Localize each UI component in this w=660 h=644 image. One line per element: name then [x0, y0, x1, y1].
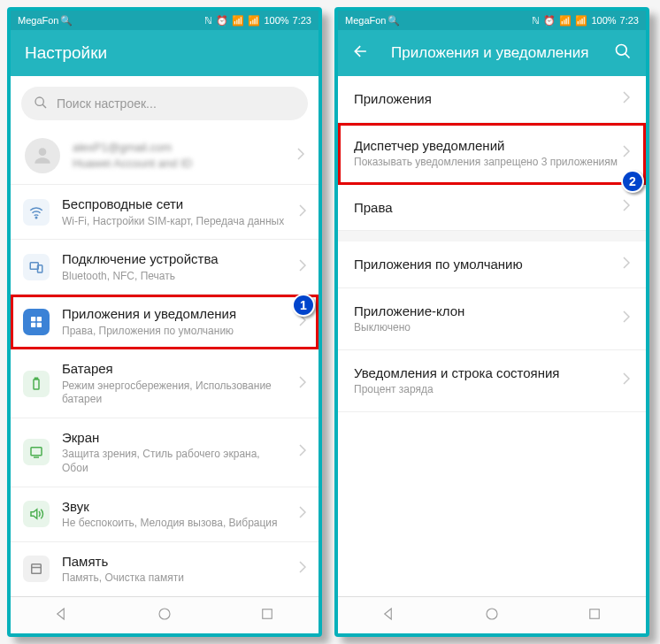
item-app-twin[interactable]: Приложение-клон Выключено — [338, 288, 646, 350]
status-bar: MegaFon 🔍 ℕ ⏰ 📶 📶 100% 7:23 — [338, 11, 646, 30]
item-title: Приложения и уведомления — [62, 305, 287, 323]
header: Приложения и уведомления — [338, 30, 646, 76]
chevron-right-icon — [623, 145, 630, 161]
svg-point-2 — [39, 148, 47, 156]
page-title: Настройки — [25, 43, 304, 63]
svg-line-19 — [625, 53, 630, 58]
settings-item-device-connection[interactable]: Подключение устройства Bluetooth, NFC, П… — [11, 240, 318, 295]
chevron-right-icon — [299, 444, 306, 460]
svg-point-3 — [35, 217, 37, 218]
chevron-right-icon — [299, 204, 306, 220]
apps-icon — [23, 309, 50, 335]
settings-item-wireless[interactable]: Беспроводные сети Wi-Fi, Настройки SIM-к… — [11, 185, 318, 240]
chevron-right-icon — [299, 506, 306, 522]
chevron-right-icon — [623, 199, 630, 215]
item-title: Приложение-клон — [354, 303, 623, 320]
item-subtitle: Выключено — [354, 321, 623, 335]
item-subtitle: Защита зрения, Стиль рабочего экрана, Об… — [62, 448, 287, 475]
wifi-icon: 📶 — [232, 15, 244, 27]
item-permissions[interactable]: Права — [338, 185, 646, 232]
search-icon[interactable] — [614, 42, 632, 65]
svg-point-20 — [487, 609, 497, 619]
back-arrow-icon[interactable] — [352, 42, 370, 65]
svg-rect-17 — [263, 609, 272, 618]
phone-right: MegaFon 🔍 ℕ ⏰ 📶 📶 100% 7:23 Приложения и… — [334, 7, 649, 637]
item-subtitle: Wi-Fi, Настройки SIM-карт, Передача данн… — [62, 215, 287, 229]
item-notifications-statusbar[interactable]: Уведомления и строка состояния Процент з… — [338, 350, 646, 412]
alarm-icon: ⏰ — [543, 15, 556, 27]
profile-row[interactable]: alexP1@gmail.com Huawei Account and ID — [11, 127, 318, 185]
chevron-right-icon — [297, 148, 304, 164]
search-input[interactable]: Поиск настроек... — [21, 87, 308, 120]
nfc-icon: ℕ — [204, 15, 212, 27]
battery-label: 100% — [591, 15, 616, 26]
settings-item-sound[interactable]: Звук Не беспокоить, Мелодия вызова, Вибр… — [11, 487, 318, 542]
nav-home-icon[interactable] — [157, 606, 173, 625]
item-subtitle: Права, Приложения по умолчанию — [62, 325, 287, 339]
svg-rect-6 — [31, 317, 35, 321]
svg-rect-12 — [31, 448, 42, 456]
alarm-icon: ⏰ — [216, 15, 228, 27]
svg-rect-14 — [32, 564, 42, 574]
nav-recent-icon[interactable] — [259, 606, 275, 625]
chevron-right-icon — [299, 259, 306, 275]
item-title: Диспетчер уведомлений — [354, 137, 623, 155]
item-subtitle: Память, Очистка памяти — [62, 571, 287, 586]
display-icon — [23, 439, 50, 465]
header: Настройки — [11, 30, 318, 76]
svg-rect-7 — [37, 317, 42, 321]
phone-left: MegaFon 🔍 ℕ ⏰ 📶 📶 100% 7:23 Настройки По… — [7, 7, 322, 637]
item-title: Звук — [62, 498, 287, 516]
svg-rect-9 — [37, 322, 42, 326]
chevron-right-icon — [623, 91, 630, 107]
storage-icon — [23, 556, 50, 582]
battery-label: 100% — [264, 15, 288, 26]
item-default-apps[interactable]: Приложения по умолчанию — [338, 242, 646, 288]
nav-back-icon[interactable] — [381, 606, 397, 625]
settings-item-apps-notifications[interactable]: Приложения и уведомления Права, Приложен… — [11, 295, 318, 349]
search-mini-icon: 🔍 — [388, 15, 400, 27]
apps-content[interactable]: Приложения Диспетчер уведомлений Показыв… — [338, 76, 646, 596]
item-subtitle: Показывать уведомления запрещено 3 прило… — [354, 156, 623, 170]
item-title: Уведомления и строка состояния — [354, 364, 623, 382]
settings-content[interactable]: Поиск настроек... alexP1@gmail.com Huawe… — [11, 76, 318, 596]
item-title: Память — [62, 553, 287, 571]
item-title: Приложения — [354, 90, 623, 108]
chevron-right-icon — [299, 561, 306, 577]
svg-rect-8 — [31, 322, 35, 326]
item-subtitle: Bluetooth, NFC, Печать — [62, 270, 287, 284]
item-subtitle: Процент заряда — [354, 383, 623, 397]
carrier-label: MegaFon — [18, 15, 58, 26]
nav-recent-icon[interactable] — [587, 606, 602, 625]
signal-icon: 📶 — [248, 15, 260, 27]
profile-text: alexP1@gmail.com Huawei Account and ID — [73, 140, 285, 172]
chevron-right-icon — [623, 310, 630, 326]
carrier-label: MegaFon — [345, 15, 386, 26]
nav-back-icon[interactable] — [54, 606, 70, 625]
signal-icon: 📶 — [575, 15, 587, 27]
search-mini-icon: 🔍 — [60, 15, 73, 27]
svg-rect-21 — [590, 609, 600, 618]
settings-item-storage[interactable]: Память Память, Очистка памяти — [11, 542, 318, 596]
wifi-icon: 📶 — [559, 15, 572, 27]
avatar — [25, 138, 60, 173]
nfc-icon: ℕ — [532, 15, 540, 27]
item-apps[interactable]: Приложения — [338, 76, 646, 123]
item-title: Приложения по умолчанию — [354, 256, 623, 273]
item-title: Беспроводные сети — [62, 196, 287, 213]
svg-rect-11 — [35, 378, 38, 380]
wifi-icon — [23, 199, 50, 226]
time-label: 7:23 — [293, 15, 311, 26]
item-title: Права — [354, 199, 623, 217]
settings-item-display[interactable]: Экран Защита зрения, Стиль рабочего экра… — [11, 418, 318, 487]
item-notification-manager[interactable]: Диспетчер уведомлений Показывать уведомл… — [338, 123, 646, 185]
chevron-right-icon — [623, 257, 630, 272]
battery-icon — [23, 371, 50, 397]
chevron-right-icon — [299, 376, 306, 392]
item-title: Батарея — [62, 360, 287, 378]
item-title: Подключение устройства — [62, 250, 287, 268]
nav-home-icon[interactable] — [484, 606, 500, 625]
step-badge-2: 2 — [621, 170, 644, 193]
nav-bar — [338, 596, 646, 633]
settings-item-battery[interactable]: Батарея Режим энергосбережения, Использо… — [11, 349, 318, 418]
